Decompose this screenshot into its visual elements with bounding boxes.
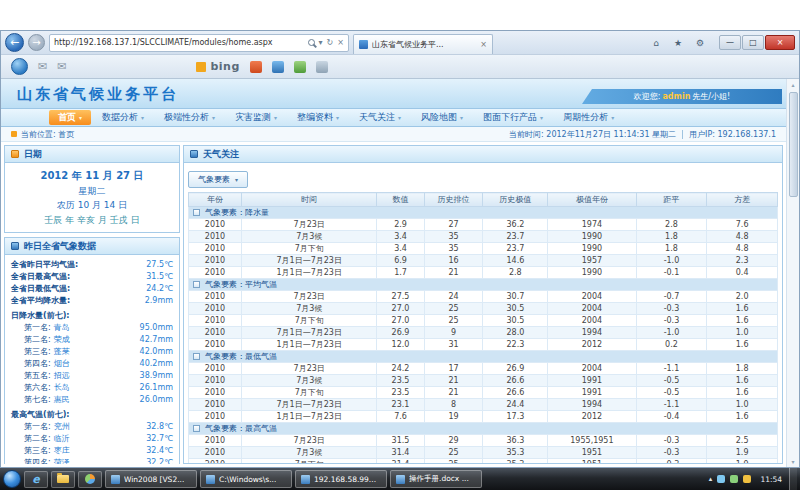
stop-icon[interactable]: × — [337, 38, 344, 47]
tools-button[interactable]: ⚙ — [691, 35, 709, 51]
star-icon: ★ — [674, 38, 682, 48]
taskbar-clock[interactable]: 11:54 — [756, 475, 786, 484]
tab-close-button[interactable]: × — [480, 40, 487, 49]
section-row[interactable]: 气象要素：最低气温 — [189, 351, 778, 363]
table-cell: 19 — [424, 411, 483, 423]
page: 山东省气候业务平台 欢迎您: admin 先生/小姐! 首页▾数据分析▾极端性分… — [1, 79, 786, 467]
antivirus-icon[interactable] — [730, 475, 738, 483]
table-cell: 1.6 — [707, 411, 778, 423]
expand-icon[interactable] — [193, 209, 200, 216]
volume-icon[interactable] — [743, 475, 751, 483]
scroll-up-icon[interactable]: ▴ — [791, 79, 794, 90]
weather-data-panel: 昨日全省气象数据 全省昨日平均气温:27.5℃全省日最高气温:31.5℃全省日最… — [4, 237, 180, 464]
scroll-down-icon[interactable]: ▾ — [791, 456, 794, 467]
taskbar-window-button[interactable]: 操作手册.docx ... — [390, 470, 482, 488]
table-cell: 1957 — [548, 255, 636, 267]
tray-expand-icon[interactable]: ▴ — [709, 475, 713, 483]
table-cell: 2010 — [189, 255, 242, 267]
section-row[interactable]: 气象要素：最高气温 — [189, 423, 778, 435]
system-tray: ▴ 11:54 — [709, 475, 786, 484]
section-title-cell: 气象要素：最低气温 — [189, 351, 778, 363]
table-cell: 36.2 — [483, 219, 548, 231]
table-cell: 2010 — [189, 243, 242, 255]
table-cell: 21 — [424, 387, 483, 399]
back-icon: ← — [10, 37, 19, 48]
summary-label: 全省日最低气温: — [11, 283, 70, 295]
network-icon[interactable] — [717, 475, 725, 483]
taskbar-window-button[interactable]: C:\Windows\s... — [200, 470, 292, 488]
search-icon[interactable] — [308, 39, 315, 46]
nav-item[interactable]: 灾害监测▾ — [226, 110, 286, 125]
element-filter-button[interactable]: 气象要素 ▾ — [188, 171, 248, 188]
rank-label: 第四名: — [24, 358, 51, 370]
nav-item[interactable]: 极端性分析▾ — [155, 110, 224, 125]
home-button[interactable]: ⌂ — [647, 35, 665, 51]
expand-icon[interactable] — [193, 425, 200, 432]
refresh-icon[interactable]: ↻ — [327, 38, 334, 47]
rank-row: 第六名:长岛26.1mm — [11, 382, 173, 394]
toolbar-icon[interactable] — [316, 61, 328, 73]
ie-taskbar-button[interactable]: e — [24, 471, 48, 488]
nav-item[interactable]: 数据分析▾ — [93, 110, 153, 125]
rank-station: 蓬莱 — [54, 346, 140, 358]
minimize-button[interactable]: — — [719, 35, 741, 50]
nav-item-label: 首页 — [58, 111, 76, 124]
media-taskbar-button[interactable] — [78, 471, 102, 488]
table-cell: -0.3 — [636, 435, 707, 447]
table-cell: 27 — [424, 219, 483, 231]
nav-item-label: 灾害监测 — [235, 111, 271, 124]
taskbar-window-button[interactable]: 192.168.58.99... — [295, 470, 387, 488]
expand-icon[interactable] — [193, 281, 200, 288]
nav-item[interactable]: 首页▾ — [49, 110, 91, 125]
nav-item[interactable]: 整编资料▾ — [288, 110, 348, 125]
section-row[interactable]: 气象要素：平均气温 — [189, 279, 778, 291]
section-row[interactable]: 气象要素：降水量 — [189, 207, 778, 219]
maximize-button[interactable]: □ — [742, 35, 764, 50]
panel-header: 日期 — [5, 146, 179, 163]
ie-icon: e — [32, 474, 39, 485]
rank-value: 32.2℃ — [146, 457, 173, 464]
table-cell: 26.6 — [483, 375, 548, 387]
mail-icon[interactable]: ✉ — [57, 60, 66, 73]
scrollbar-thumb[interactable] — [789, 92, 798, 197]
table-cell: 2004 — [548, 303, 636, 315]
rank-label: 第六名: — [24, 382, 51, 394]
table-cell: 25 — [424, 447, 483, 459]
chevron-down-icon: ▾ — [336, 114, 339, 121]
table-cell: 7月3候 — [242, 303, 377, 315]
nav-item[interactable]: 周期性分析▾ — [554, 110, 623, 125]
nav-item-label: 极端性分析 — [164, 111, 209, 124]
browser-back-button[interactable]: ← — [5, 33, 24, 52]
expand-icon[interactable] — [193, 353, 200, 360]
nav-item[interactable]: 图面下行产品▾ — [474, 110, 552, 125]
browser-tab[interactable]: 山东省气候业务平... × — [353, 34, 493, 54]
nav-item-label: 天气关注 — [359, 111, 395, 124]
rank-value: 40.2mm — [140, 358, 173, 370]
table-cell: 23.7 — [483, 231, 548, 243]
table-cell: 30.5 — [483, 303, 548, 315]
nav-item[interactable]: 风险地图▾ — [412, 110, 472, 125]
toolbar-icon[interactable] — [272, 61, 284, 73]
close-button[interactable]: × — [765, 35, 795, 50]
explorer-taskbar-button[interactable] — [51, 471, 75, 488]
table-cell: 7月1日—7月23日 — [242, 399, 377, 411]
chevron-down-icon[interactable]: ▾ — [319, 38, 323, 47]
start-button[interactable] — [3, 470, 21, 488]
nav-item[interactable]: 天气关注▾ — [350, 110, 410, 125]
table-row: 20107月23日24.21726.92004-1.11.8 — [189, 363, 778, 375]
page-scrollbar[interactable]: ▴ ▾ — [786, 79, 799, 467]
summary-row: 全省昨日平均气温:27.5℃ — [11, 259, 173, 271]
show-desktop-button[interactable] — [789, 468, 797, 490]
section-title: 气象要素：最低气温 — [205, 352, 277, 361]
toolbar-icon[interactable] — [250, 61, 262, 73]
summary-row: 全省日最低气温:24.2℃ — [11, 283, 173, 295]
table-cell: -1.1 — [636, 399, 707, 411]
table-cell: 7月23日 — [242, 363, 377, 375]
table-cell: 1.6 — [707, 315, 778, 327]
browser-forward-button[interactable]: → — [28, 34, 45, 51]
mail-icon[interactable]: ✉ — [38, 60, 47, 73]
taskbar-window-button[interactable]: Win2008 [VS2... — [105, 470, 197, 488]
address-bar[interactable]: http://192.168.137.1/SLCCLIMATE/modules/… — [49, 34, 349, 52]
toolbar-icon[interactable] — [294, 61, 306, 73]
favorites-button[interactable]: ★ — [669, 35, 687, 51]
